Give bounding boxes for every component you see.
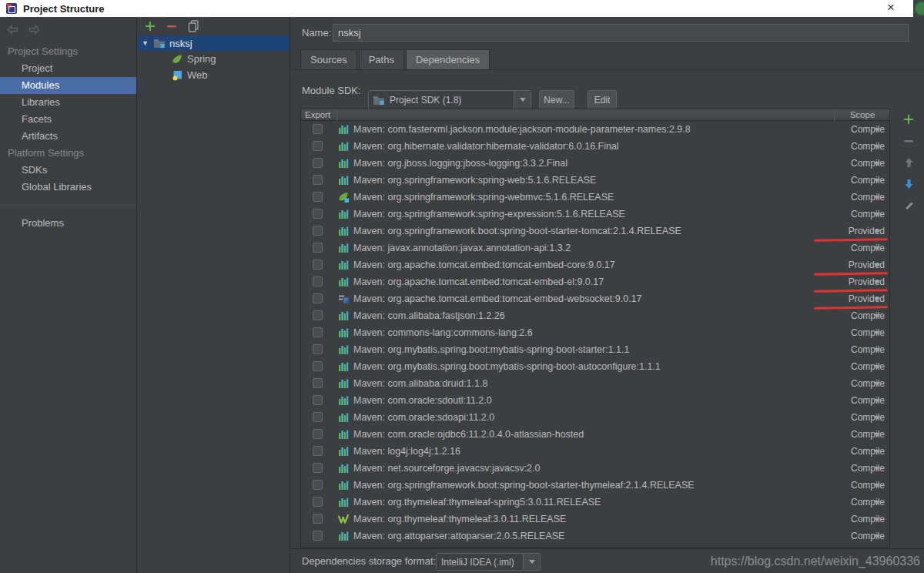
export-checkbox[interactable] <box>313 209 323 219</box>
sdk-dropdown-button[interactable] <box>514 91 531 109</box>
export-column-header[interactable]: Export <box>305 110 330 119</box>
export-checkbox[interactable] <box>313 327 323 337</box>
chevron-down-icon[interactable] <box>874 314 880 318</box>
dependency-row[interactable]: Maven: org.apache.tomcat.embed:tomcat-em… <box>301 273 889 290</box>
chevron-down-icon[interactable] <box>874 213 880 216</box>
chevron-down-icon[interactable] <box>874 280 880 284</box>
chevron-down-icon[interactable] <box>874 179 880 183</box>
sidebar-item-project[interactable]: Project <box>0 60 136 77</box>
move-down-icon[interactable] <box>900 176 917 193</box>
dependency-row[interactable]: Maven: org.springframework.boot:spring-b… <box>301 223 889 240</box>
back-arrow-icon[interactable] <box>6 23 18 35</box>
dependency-row[interactable]: Maven: com.oracle:sdoutl:11.2.0Compile <box>301 392 889 409</box>
export-checkbox[interactable] <box>313 310 323 320</box>
dependency-row[interactable]: Maven: org.springframework.boot:spring-b… <box>301 477 889 494</box>
chevron-down-icon[interactable] <box>874 162 880 166</box>
module-sdk-select[interactable]: Project SDK (1.8) <box>368 90 531 109</box>
dependency-row[interactable]: Maven: log4j:log4j:1.2.16Compile <box>301 443 889 460</box>
export-checkbox[interactable] <box>313 276 323 286</box>
chevron-down-icon[interactable] <box>874 145 880 149</box>
storage-format-dropdown-button[interactable] <box>523 554 540 570</box>
add-dependency-icon[interactable] <box>900 111 917 128</box>
export-checkbox[interactable] <box>313 175 323 185</box>
dependency-row[interactable]: Maven: javax.annotation:javax.annotation… <box>301 240 889 256</box>
dependency-row[interactable]: Maven: com.alibaba:fastjson:1.2.26Compil… <box>301 307 889 324</box>
remove-dependency-icon[interactable] <box>900 132 917 149</box>
dependency-row[interactable]: Maven: commons-lang:commons-lang:2.6Comp… <box>301 324 889 341</box>
dependency-row[interactable]: Maven: com.alibaba:druid:1.1.8Compile <box>301 375 889 392</box>
new-sdk-button[interactable]: New... <box>539 90 574 109</box>
export-checkbox[interactable] <box>313 158 323 168</box>
dependency-row[interactable]: Maven: org.apache.tomcat.embed:tomcat-em… <box>301 290 889 307</box>
chevron-down-icon[interactable] <box>874 534 880 538</box>
export-checkbox[interactable] <box>313 395 323 405</box>
dependency-row[interactable]: Maven: org.thymeleaf:thymeleaf-spring5:3… <box>301 494 889 511</box>
chevron-down-icon[interactable]: ▼ <box>138 39 153 47</box>
export-checkbox[interactable] <box>313 480 323 490</box>
sidebar-item-libraries[interactable]: Libraries <box>0 94 136 111</box>
chevron-down-icon[interactable] <box>874 128 880 132</box>
export-checkbox[interactable] <box>313 378 323 388</box>
chevron-down-icon[interactable] <box>874 399 880 403</box>
dependency-row[interactable]: Maven: org.hibernate.validator:hibernate… <box>301 138 889 155</box>
dependency-row[interactable]: Maven: org.apache.tomcat.embed:tomcat-em… <box>301 256 889 273</box>
chevron-down-icon[interactable] <box>874 297 880 301</box>
tree-item-nsksj[interactable]: ▼ nsksj <box>138 35 290 51</box>
chevron-down-icon[interactable] <box>874 348 880 352</box>
tree-item-spring[interactable]: Spring <box>138 51 290 67</box>
export-checkbox[interactable] <box>313 429 323 439</box>
export-checkbox[interactable] <box>313 260 323 270</box>
sidebar-item-sdks[interactable]: SDKs <box>0 162 136 179</box>
dependency-row[interactable]: Maven: org.mybatis.spring.boot:mybatis-s… <box>301 341 889 358</box>
dependency-row[interactable]: Maven: net.sourceforge.javacsv:javacsv:2… <box>301 460 889 477</box>
chevron-down-icon[interactable] <box>874 433 880 437</box>
chevron-down-icon[interactable] <box>874 230 880 233</box>
chevron-down-icon[interactable] <box>874 331 880 335</box>
edit-sdk-button[interactable]: Edit <box>588 90 617 109</box>
sidebar-item-problems[interactable]: Problems <box>0 215 136 232</box>
scope-column-header[interactable]: Scope <box>834 110 890 119</box>
storage-format-select[interactable]: IntelliJ IDEA (.iml) <box>436 553 541 571</box>
sidebar-item-modules[interactable]: Modules <box>0 77 136 94</box>
sidebar-item-facets[interactable]: Facets <box>0 111 136 128</box>
dependency-row[interactable]: Maven: org.springframework:spring-webmvc… <box>301 189 889 206</box>
chevron-down-icon[interactable] <box>874 246 880 250</box>
close-icon[interactable]: × <box>882 0 899 17</box>
export-checkbox[interactable] <box>313 192 323 202</box>
dependency-row[interactable]: Maven: org.thymeleaf:thymeleaf:3.0.11.RE… <box>301 511 889 528</box>
add-module-icon[interactable] <box>144 20 156 32</box>
dependency-row[interactable]: Maven: com.oracle:ojdbc6:11.2.0.4.0-atla… <box>301 426 889 443</box>
chevron-down-icon[interactable] <box>874 263 880 267</box>
edit-dependency-icon[interactable] <box>900 197 917 214</box>
export-checkbox[interactable] <box>313 463 323 473</box>
remove-module-icon[interactable] <box>166 20 178 32</box>
dependency-row[interactable]: Maven: com.fasterxml.jackson.module:jack… <box>301 121 889 138</box>
chevron-down-icon[interactable] <box>874 518 880 521</box>
dependency-row[interactable]: Maven: org.springframework:spring-web:5.… <box>301 172 889 189</box>
chevron-down-icon[interactable] <box>874 196 880 199</box>
dependency-row[interactable]: Maven: org.attoparser:attoparser:2.0.5.R… <box>301 528 889 545</box>
copy-module-icon[interactable] <box>187 20 199 32</box>
sidebar-item-global-libraries[interactable]: Global Libraries <box>0 179 136 196</box>
chevron-down-icon[interactable] <box>874 382 880 386</box>
sidebar-item-artifacts[interactable]: Artifacts <box>0 128 136 145</box>
forward-arrow-icon[interactable] <box>28 23 40 35</box>
export-checkbox[interactable] <box>313 141 323 151</box>
export-checkbox[interactable] <box>313 531 323 541</box>
export-checkbox[interactable] <box>313 412 323 422</box>
chevron-down-icon[interactable] <box>874 467 880 471</box>
chevron-down-icon[interactable] <box>874 501 880 504</box>
chevron-down-icon[interactable] <box>874 450 880 454</box>
chevron-down-icon[interactable] <box>874 365 880 369</box>
tree-item-web[interactable]: Web <box>138 67 290 83</box>
tab-sources[interactable]: Sources <box>300 49 357 69</box>
dependency-row-partial[interactable] <box>301 545 889 548</box>
tab-dependencies[interactable]: Dependencies <box>406 49 490 69</box>
export-checkbox[interactable] <box>313 514 323 524</box>
chevron-down-icon[interactable] <box>874 416 880 420</box>
export-checkbox[interactable] <box>313 446 323 456</box>
dependency-row[interactable]: Maven: org.springframework:spring-expres… <box>301 206 889 223</box>
export-checkbox[interactable] <box>313 226 323 236</box>
export-checkbox[interactable] <box>313 243 323 253</box>
move-up-icon[interactable] <box>900 154 917 171</box>
